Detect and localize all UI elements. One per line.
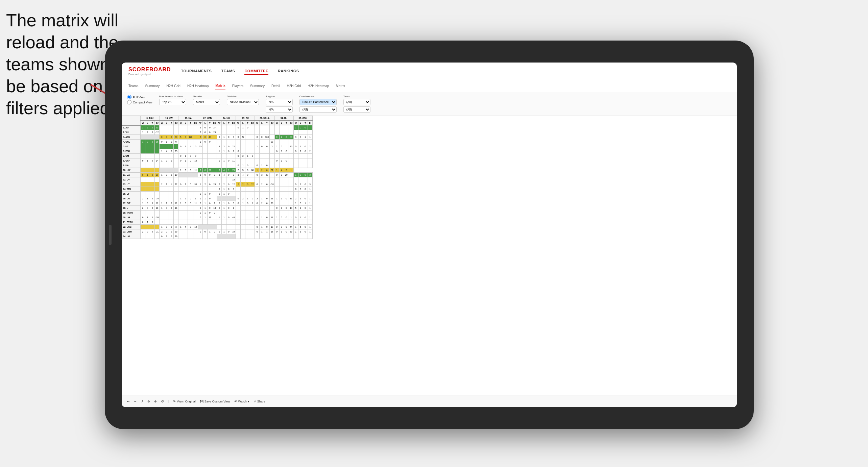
view-original-button[interactable]: 👁 View: Original [173,400,195,403]
redo-button[interactable]: ↪ [134,400,137,403]
tablet-device: SCOREBOARD Powered by clippd TOURNAMENTS… [105,41,754,429]
cell [203,154,208,158]
cell: 0 [198,211,203,215]
cell [241,211,245,215]
subnav-players[interactable]: Players [232,82,243,90]
cell [155,192,160,196]
full-view-radio[interactable]: Full View [127,95,152,99]
matrix-scroll-area[interactable]: 3. ASU 10. UW 11. UA 22. UCB 24. UO 27. … [122,116,737,395]
subnav-teams[interactable]: Teams [128,82,138,90]
cell [279,154,284,158]
cell: 0 [274,173,279,177]
subnav-summary2[interactable]: Summary [250,82,265,90]
team-select[interactable]: (All) [343,99,370,105]
subnav-summary[interactable]: Summary [145,82,160,90]
cell: 0 [255,215,260,220]
max-teams-select[interactable]: Top 25 Top 50 [159,99,186,105]
cell [270,149,274,154]
subnav-h2h-grid2[interactable]: H2H Grid [287,82,301,90]
cell: 1 [293,173,298,177]
cell [164,215,169,220]
cell [284,211,289,215]
subnav-h2h-grid[interactable]: H2H Grid [166,82,180,90]
cell: 44 [289,225,293,229]
nav-teams[interactable]: TEAMS [221,68,235,75]
division-select[interactable]: NCAA Division I [227,99,259,105]
team-filter: Team (All) (All) [343,95,370,113]
cell: 1 [178,168,183,173]
cell [193,187,198,192]
sh-su-w: W [236,121,241,125]
cell [212,168,217,173]
cell [178,130,183,135]
clock-button[interactable]: ⏱ [161,400,164,403]
reset-button[interactable]: ↺ [141,400,143,403]
cell [236,211,241,215]
cell: 6 [298,225,303,229]
subnav-matrix2[interactable]: Matrix [336,82,345,90]
cell: 0 [169,206,174,211]
cell: 5 [178,135,183,140]
subnav-h2h-heatmap[interactable]: H2H Heatmap [187,82,209,90]
cell: 1 [160,225,164,229]
region-select2[interactable]: N/A [266,106,293,113]
share-button[interactable]: ↗ Share [254,400,265,403]
compact-view-radio[interactable]: Compact View [127,100,152,104]
save-custom-button[interactable]: 💾 Save Custom View [200,400,230,403]
cell [141,225,145,229]
nav-committee[interactable]: COMMITTEE [244,68,268,75]
cell [183,215,188,220]
cell [245,144,250,149]
cell [245,220,250,225]
subnav-matrix[interactable]: Matrix [215,82,225,90]
cell [289,201,293,206]
cell [274,234,279,239]
cell [274,211,279,215]
nav-rankings[interactable]: RANKINGS [278,68,299,75]
cell: 4 [279,168,284,173]
conference-select2[interactable]: (All) [299,106,337,113]
zoom-out-button[interactable]: ⊖ [147,400,150,403]
table-row: 1. AU 12023 20027 010 100 [122,125,313,130]
cell: 1 [303,135,308,140]
subnav-h2h-heatmap2[interactable]: H2H Heatmap [308,82,329,90]
sh-ua-l: L [183,121,188,125]
col-group-osu: 57. OSU [293,116,312,121]
cell: 0 [260,144,264,149]
cell: 0 [255,201,260,206]
watch-button[interactable]: 👁 Watch ▾ [234,400,249,403]
cell [284,187,289,192]
cell: 1 [203,192,208,196]
gender-filter: Gender Men's Women's [193,95,220,105]
cell [193,130,198,135]
cell [260,177,264,182]
team-select2[interactable]: (All) [343,106,370,113]
table-row: 18. U 20011 10011 01013 0101 01013 5101 [122,206,313,211]
region-select[interactable]: N/A [266,99,293,105]
sh-uo-d: Dif [231,121,236,125]
cell: 0 [178,158,183,163]
cell: 0 [188,196,193,201]
table-row: 13. UT 21122 02030 12026 22012 22012 020… [122,182,313,187]
cell: 0 [303,182,308,187]
undo-button[interactable]: ↩ [127,400,130,403]
tablet-side-button[interactable] [109,225,112,245]
cell [255,187,260,192]
cell: 1 [145,220,150,225]
nav-tournaments[interactable]: TOURNAMENTS [181,68,212,75]
zoom-in-button[interactable]: ⊕ [154,400,157,403]
cell: 0 [264,196,270,201]
cell: 0 [183,201,188,206]
cell [150,234,155,239]
cell [188,206,193,211]
subnav-detail[interactable]: Detail [271,82,280,90]
cell: 0 [264,163,270,168]
conference-select[interactable]: Pac-12 Conference [299,99,337,105]
cell [270,234,274,239]
cell: 1 [274,144,279,149]
cell [303,211,308,215]
cell [222,225,226,229]
cell: 0 [141,158,145,163]
gender-select[interactable]: Men's Women's [193,99,220,105]
cell [241,158,245,163]
